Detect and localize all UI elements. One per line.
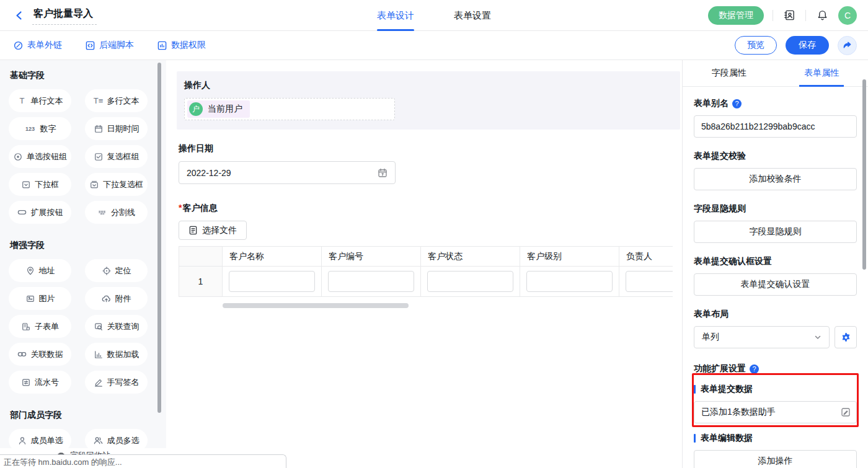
table-header-index: [179, 247, 223, 267]
edit-icon[interactable]: [841, 407, 851, 417]
table-row: 1: [179, 267, 673, 297]
help-icon[interactable]: [750, 364, 759, 374]
field-item-serial-number[interactable]: 流水号: [9, 371, 71, 394]
section-title-members: 部门成员字段: [10, 410, 166, 421]
customer-name-input[interactable]: [229, 271, 315, 292]
field-item-multi-text[interactable]: T≡多行文本: [85, 89, 148, 112]
number-icon: 123: [24, 124, 37, 134]
field-item-attachment[interactable]: 附件: [85, 287, 148, 310]
confirm-dialog-button[interactable]: 表单提交确认设置: [694, 273, 857, 296]
select-icon: [21, 180, 31, 190]
field-item-datetime[interactable]: 日期时间: [85, 117, 148, 140]
operator-field-label: 操作人: [184, 80, 673, 91]
field-item-radio-group[interactable]: 单选按钮组: [9, 145, 71, 168]
save-button[interactable]: 保存: [786, 36, 829, 55]
customer-status-input[interactable]: [427, 271, 513, 292]
field-item-number[interactable]: 123数字: [9, 117, 71, 140]
form-alias-input[interactable]: 5b8a26b211b21299bab9cacc: [694, 115, 857, 138]
text-icon: T: [17, 96, 27, 106]
calendar-icon[interactable]: [378, 168, 388, 178]
field-item-multiselect[interactable]: 下拉复选框: [85, 173, 148, 196]
form-external-link[interactable]: 表单外链: [14, 40, 62, 51]
extension-settings-label: 功能扩展设置: [694, 363, 746, 374]
tab-field-properties[interactable]: 字段属性: [683, 60, 776, 86]
field-item-image[interactable]: 图片: [9, 287, 71, 310]
address-pin-icon: [25, 266, 35, 276]
field-item-signature[interactable]: 手写签名: [85, 371, 148, 394]
submit-data-input[interactable]: 已添加1条数据助手: [694, 401, 857, 423]
table-header: 客户编号: [322, 247, 421, 267]
permission-icon: [157, 41, 167, 50]
signature-pen-icon: [94, 377, 104, 387]
bar-chart-icon: [94, 350, 104, 360]
bell-icon[interactable]: [815, 8, 830, 23]
panel-scrollbar[interactable]: [862, 79, 866, 270]
tab-form-settings[interactable]: 表单设置: [454, 0, 491, 31]
required-mark: *: [179, 203, 182, 213]
field-item-single-text[interactable]: T单行文本: [9, 89, 71, 112]
radio-icon: [13, 152, 23, 162]
data-manage-button[interactable]: 数据管理: [708, 6, 764, 25]
field-item-divider[interactable]: 分割线: [85, 201, 148, 224]
user-avatar[interactable]: C: [838, 6, 857, 25]
person-icon: [17, 436, 27, 446]
target-icon: [102, 266, 112, 276]
current-user-tag[interactable]: 户 当前用户: [187, 100, 250, 118]
operation-date-field[interactable]: 操作日期 2022-12-29: [179, 143, 682, 184]
confirm-dialog-label: 表单提交确认框设置: [694, 256, 857, 267]
add-validation-button[interactable]: 添加校验条件: [694, 168, 857, 190]
sidebar-scrollbar[interactable]: [157, 63, 161, 413]
add-operation-button[interactable]: 添加操作: [694, 450, 857, 468]
customer-info-field[interactable]: *客户信息 选择文件 客户名称 客户编号 客户状态 客户级别 负责人: [179, 203, 682, 308]
field-item-linked-data[interactable]: 关联数据: [9, 343, 71, 366]
customer-code-input[interactable]: [328, 271, 414, 292]
script-icon: [86, 41, 95, 50]
page-title[interactable]: 客户批量导入: [32, 6, 97, 25]
layout-select[interactable]: 单列: [694, 326, 830, 348]
field-item-lookup[interactable]: 关联查询: [85, 315, 148, 338]
help-icon[interactable]: [732, 99, 742, 108]
image-icon: [25, 294, 35, 304]
layout-settings-button[interactable]: [835, 326, 857, 348]
link-icon: [14, 41, 23, 50]
field-item-checkbox-group[interactable]: 复选框组: [85, 145, 148, 168]
choose-file-button[interactable]: 选择文件: [179, 221, 247, 240]
field-item-subform[interactable]: 子表单: [9, 315, 71, 338]
field-item-location[interactable]: 定位: [85, 259, 148, 282]
serial-icon: [21, 377, 31, 387]
field-item-data-load[interactable]: 数据加载: [85, 343, 148, 366]
customer-level-input[interactable]: [526, 271, 613, 292]
subform-table: 客户名称 客户编号 客户状态 客户级别 负责人 1: [179, 246, 673, 297]
backend-script-link[interactable]: 后端脚本: [86, 40, 134, 51]
divider: [805, 10, 806, 21]
date-field-label: 操作日期: [179, 143, 682, 154]
field-item-select[interactable]: 下拉框: [9, 173, 71, 196]
button-icon: [17, 208, 27, 218]
data-permission-link[interactable]: 数据权限: [157, 40, 206, 51]
table-header: 客户状态: [421, 247, 520, 267]
date-input[interactable]: 2022-12-29: [179, 161, 396, 184]
browser-status-tooltip: 正在等待 hm.baidu.com 的响应...: [0, 454, 286, 468]
subform-icon: [21, 322, 31, 332]
field-item-address[interactable]: 地址: [9, 259, 71, 282]
back-icon[interactable]: [12, 9, 26, 22]
file-icon: [188, 226, 198, 235]
operator-field[interactable]: 操作人 户 当前用户: [177, 71, 680, 130]
table-header: 客户级别: [520, 247, 619, 267]
operator-field-input[interactable]: 户 当前用户: [184, 98, 395, 120]
header-tabs: 表单设计 表单设置: [377, 0, 491, 31]
visibility-rules-button[interactable]: 字段显隐规则: [694, 221, 857, 243]
share-icon[interactable]: [838, 36, 857, 55]
table-horizontal-scrollbar[interactable]: [223, 303, 409, 308]
field-item-extend-button[interactable]: 扩展按钮: [9, 201, 71, 224]
gear-icon: [841, 332, 851, 343]
checkbox-icon: [94, 152, 104, 162]
tab-form-design[interactable]: 表单设计: [377, 0, 414, 31]
owner-input[interactable]: [626, 271, 673, 292]
row-index: 1: [179, 267, 223, 297]
submit-validation-label: 表单提交校验: [694, 151, 857, 162]
tab-form-properties[interactable]: 表单属性: [776, 60, 868, 86]
form-canvas: 操作人 户 当前用户 操作日期 2022-12-29 *客户信息 选择文件: [166, 60, 682, 468]
preview-button[interactable]: 预览: [735, 36, 777, 55]
contacts-icon[interactable]: [782, 8, 797, 23]
